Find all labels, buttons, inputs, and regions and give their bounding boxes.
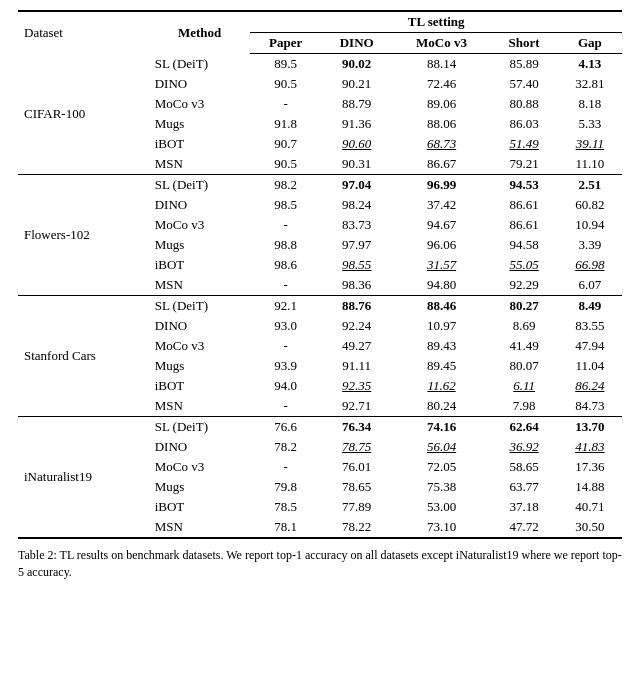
short-cell: 86.03: [491, 114, 558, 134]
gap-cell: 8.49: [558, 296, 622, 317]
dino-cell: 49.27: [321, 336, 393, 356]
gap-cell: 83.55: [558, 316, 622, 336]
short-cell: 80.27: [491, 296, 558, 317]
moco-cell: 73.10: [393, 517, 491, 538]
method-cell: Mugs: [149, 114, 251, 134]
dino-cell: 76.01: [321, 457, 393, 477]
paper-cell: 90.7: [250, 134, 320, 154]
short-cell: 8.69: [491, 316, 558, 336]
gap-cell: 47.94: [558, 336, 622, 356]
paper-cell: -: [250, 94, 320, 114]
short-cell: 7.98: [491, 396, 558, 417]
paper-cell: 98.8: [250, 235, 320, 255]
paper-cell: 93.9: [250, 356, 320, 376]
moco-cell: 89.43: [393, 336, 491, 356]
paper-cell: 98.5: [250, 195, 320, 215]
paper-cell: 76.6: [250, 417, 320, 438]
paper-cell: -: [250, 396, 320, 417]
short-cell: 47.72: [491, 517, 558, 538]
moco-cell: 89.45: [393, 356, 491, 376]
short-cell: 86.61: [491, 215, 558, 235]
method-cell: MSN: [149, 396, 251, 417]
moco-cell: 86.67: [393, 154, 491, 175]
moco-cell: 75.38: [393, 477, 491, 497]
method-cell: MSN: [149, 154, 251, 175]
dino-cell: 98.36: [321, 275, 393, 296]
paper-cell: 92.1: [250, 296, 320, 317]
dino-cell: 97.04: [321, 175, 393, 196]
dino-cell: 92.35: [321, 376, 393, 396]
dino-cell: 97.97: [321, 235, 393, 255]
moco-cell: 37.42: [393, 195, 491, 215]
method-cell: DINO: [149, 74, 251, 94]
method-cell: iBOT: [149, 134, 251, 154]
moco-cell: 72.46: [393, 74, 491, 94]
dino-cell: 90.31: [321, 154, 393, 175]
dataset-cell: Flowers-102: [18, 175, 149, 296]
paper-cell: 79.8: [250, 477, 320, 497]
dino-cell: 98.55: [321, 255, 393, 275]
paper-header: Paper: [250, 33, 320, 54]
paper-cell: -: [250, 275, 320, 296]
method-cell: Mugs: [149, 356, 251, 376]
short-cell: 62.64: [491, 417, 558, 438]
gap-cell: 11.04: [558, 356, 622, 376]
short-cell: 58.65: [491, 457, 558, 477]
paper-cell: 90.5: [250, 74, 320, 94]
dino-cell: 92.71: [321, 396, 393, 417]
moco-cell: 89.06: [393, 94, 491, 114]
gap-cell: 3.39: [558, 235, 622, 255]
short-cell: 55.05: [491, 255, 558, 275]
short-cell: 37.18: [491, 497, 558, 517]
method-cell: iBOT: [149, 255, 251, 275]
dino-cell: 78.22: [321, 517, 393, 538]
method-cell: SL (DeiT): [149, 175, 251, 196]
short-cell: 80.88: [491, 94, 558, 114]
paper-cell: -: [250, 336, 320, 356]
short-cell: 94.53: [491, 175, 558, 196]
dataset-cell: CIFAR-100: [18, 54, 149, 175]
table-row: Flowers-102SL (DeiT)98.297.0496.9994.532…: [18, 175, 622, 196]
method-cell: MoCo v3: [149, 336, 251, 356]
dino-cell: 98.24: [321, 195, 393, 215]
short-header: Short: [491, 33, 558, 54]
short-cell: 85.89: [491, 54, 558, 75]
gap-cell: 84.73: [558, 396, 622, 417]
dino-cell: 76.34: [321, 417, 393, 438]
method-cell: MSN: [149, 275, 251, 296]
paper-cell: 78.5: [250, 497, 320, 517]
method-cell: iBOT: [149, 376, 251, 396]
paper-cell: 98.6: [250, 255, 320, 275]
dino-cell: 88.79: [321, 94, 393, 114]
gap-cell: 60.82: [558, 195, 622, 215]
short-cell: 63.77: [491, 477, 558, 497]
results-table: Dataset Method TL setting Paper DINO MoC…: [18, 10, 622, 539]
paper-cell: 89.5: [250, 54, 320, 75]
dataset-cell: Stanford Cars: [18, 296, 149, 417]
moco-cell: 68.73: [393, 134, 491, 154]
header-row-1: Dataset Method TL setting: [18, 11, 622, 33]
method-cell: DINO: [149, 316, 251, 336]
dino-cell: 91.36: [321, 114, 393, 134]
gap-cell: 8.18: [558, 94, 622, 114]
paper-cell: 78.2: [250, 437, 320, 457]
moco-cell: 88.14: [393, 54, 491, 75]
moco-cell: 56.04: [393, 437, 491, 457]
moco-cell: 96.06: [393, 235, 491, 255]
gap-cell: 13.70: [558, 417, 622, 438]
moco-cell: 88.46: [393, 296, 491, 317]
gap-cell: 41.83: [558, 437, 622, 457]
short-cell: 6.11: [491, 376, 558, 396]
dino-cell: 78.75: [321, 437, 393, 457]
short-cell: 41.49: [491, 336, 558, 356]
dino-cell: 90.02: [321, 54, 393, 75]
dino-cell: 77.89: [321, 497, 393, 517]
dino-header: DINO: [321, 33, 393, 54]
tl-setting-header: TL setting: [250, 11, 622, 33]
paper-cell: -: [250, 215, 320, 235]
short-cell: 94.58: [491, 235, 558, 255]
paper-cell: 93.0: [250, 316, 320, 336]
short-cell: 79.21: [491, 154, 558, 175]
gap-cell: 6.07: [558, 275, 622, 296]
gap-cell: 2.51: [558, 175, 622, 196]
